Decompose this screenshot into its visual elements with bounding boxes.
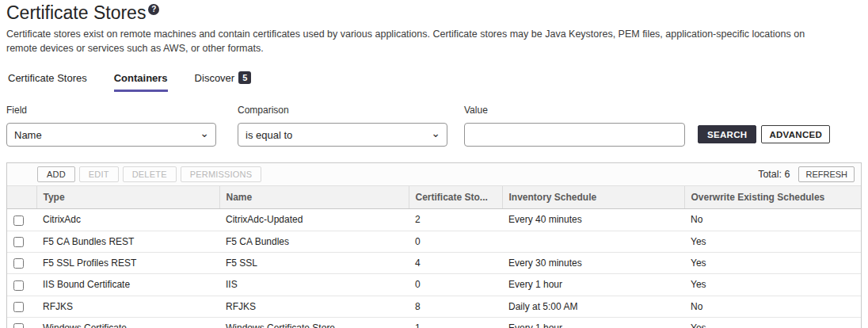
cell-inventory-schedule: Every 1 hour — [502, 317, 684, 328]
cell-overwrite: Yes — [684, 317, 861, 328]
column-header-inventory-schedule[interactable]: Inventory Schedule — [502, 186, 684, 209]
search-button[interactable]: SEARCH — [698, 125, 756, 143]
cell-type: F5 SSL Profiles REST — [36, 252, 219, 273]
cell-type: F5 CA Bundles REST — [36, 231, 219, 252]
cell-certificate-count: 0 — [409, 231, 502, 252]
field-select[interactable]: Name ⌄ — [6, 123, 216, 147]
cell-inventory-schedule: Every 1 hour — [502, 274, 684, 296]
discover-count-badge: 5 — [238, 71, 251, 84]
cell-overwrite: Yes — [684, 231, 861, 252]
page-description: Certificate stores exist on remote machi… — [6, 28, 835, 55]
cell-overwrite: No — [684, 296, 861, 317]
cell-name: CitrixAdc-Updated — [219, 209, 409, 231]
cell-type: CitrixAdc — [36, 209, 219, 231]
permissions-button[interactable]: PERMISSIONS — [181, 166, 262, 182]
refresh-button[interactable]: REFRESH — [798, 166, 855, 182]
add-button[interactable]: ADD — [37, 166, 75, 182]
comparison-label: Comparison — [238, 105, 447, 116]
table-header-row: Type Name Certificate Sto... Inventory S… — [7, 186, 861, 209]
cell-inventory-schedule — [502, 231, 684, 252]
delete-button[interactable]: DELETE — [123, 166, 177, 182]
cell-name: IIS — [219, 274, 409, 296]
page-header: Certificate Stores ? — [6, 3, 862, 23]
column-header-type[interactable]: Type — [36, 186, 219, 209]
edit-button[interactable]: EDIT — [79, 166, 119, 182]
cell-name: F5 CA Bundles — [219, 231, 409, 252]
cell-type: RFJKS — [36, 296, 219, 317]
table-row[interactable]: IIS Bound Certificate IIS 0 Every 1 hour… — [7, 274, 861, 296]
certificate-stores-table: Type Name Certificate Sto... Inventory S… — [7, 186, 861, 328]
cell-type: Windows Certificate — [36, 317, 219, 328]
tab-certificate-stores-label: Certificate Stores — [8, 72, 87, 84]
cell-overwrite: Yes — [684, 252, 861, 273]
row-checkbox[interactable] — [13, 215, 24, 226]
table-row[interactable]: F5 CA Bundles REST F5 CA Bundles 0 Yes — [7, 231, 861, 252]
comparison-select[interactable]: is equal to ⌄ — [238, 123, 447, 147]
cell-type: IIS Bound Certificate — [36, 274, 219, 296]
column-header-name[interactable]: Name — [219, 186, 409, 209]
comparison-filter-group: Comparison is equal to ⌄ — [238, 105, 447, 147]
row-checkbox[interactable] — [13, 280, 24, 291]
cell-certificate-count: 4 — [409, 252, 502, 273]
chevron-down-icon: ⌄ — [431, 127, 440, 139]
help-icon[interactable]: ? — [148, 4, 159, 15]
cell-name: F5 SSL — [219, 252, 409, 273]
cell-name: Windows Certificate Store — [219, 317, 409, 328]
certificate-stores-page: Certificate Stores ? Certificate stores … — [0, 0, 868, 328]
row-checkbox[interactable] — [13, 237, 24, 247]
tab-discover[interactable]: Discover 5 — [195, 70, 252, 92]
row-checkbox[interactable] — [13, 302, 24, 312]
field-label: Field — [6, 105, 216, 116]
table-row[interactable]: Windows Certificate Windows Certificate … — [7, 317, 861, 328]
total-count: Total: 6 — [758, 169, 790, 180]
cell-inventory-schedule: Every 40 minutes — [502, 209, 684, 231]
cell-certificate-count: 2 — [409, 209, 502, 231]
chevron-down-icon: ⌄ — [200, 127, 209, 139]
advanced-button[interactable]: ADVANCED — [761, 125, 830, 143]
tab-containers[interactable]: Containers — [114, 70, 168, 92]
grid-toolbar: ADD EDIT DELETE PERMISSIONS Total: 6 REF… — [7, 163, 861, 186]
field-select-value: Name — [14, 129, 42, 141]
cell-certificate-count: 0 — [409, 274, 502, 296]
row-checkbox[interactable] — [13, 258, 24, 269]
cell-name: RFJKS — [219, 296, 409, 317]
cell-overwrite: Yes — [684, 274, 861, 296]
page-title: Certificate Stores — [6, 3, 146, 23]
value-label: Value — [464, 105, 685, 116]
cell-certificate-count: 8 — [409, 296, 502, 317]
tab-containers-label: Containers — [114, 72, 168, 84]
cell-inventory-schedule: Every 30 minutes — [502, 252, 684, 273]
tab-discover-label: Discover — [195, 72, 235, 84]
cell-inventory-schedule: Daily at 5:00 AM — [502, 296, 684, 317]
table-row[interactable]: CitrixAdc CitrixAdc-Updated 2 Every 40 m… — [7, 209, 861, 231]
cell-certificate-count: 1 — [409, 317, 502, 328]
value-input[interactable] — [464, 123, 685, 147]
tab-bar: Certificate Stores Containers Discover 5 — [6, 70, 862, 92]
row-checkbox[interactable] — [13, 323, 24, 328]
comparison-select-value: is equal to — [246, 129, 292, 141]
cell-overwrite: No — [684, 209, 861, 231]
table-row[interactable]: RFJKS RFJKS 8 Daily at 5:00 AM No — [7, 296, 861, 317]
select-all-header — [7, 186, 36, 209]
certificate-stores-grid-panel: ADD EDIT DELETE PERMISSIONS Total: 6 REF… — [6, 162, 862, 328]
search-filter-bar: Field Name ⌄ Comparison is equal to ⌄ Va… — [6, 105, 862, 147]
column-header-overwrite-schedules[interactable]: Overwrite Existing Schedules — [684, 186, 861, 209]
column-header-certificate-count[interactable]: Certificate Sto... — [409, 186, 502, 209]
tab-certificate-stores[interactable]: Certificate Stores — [8, 70, 87, 92]
field-filter-group: Field Name ⌄ — [6, 105, 216, 147]
value-filter-group: Value — [464, 105, 685, 147]
table-row[interactable]: F5 SSL Profiles REST F5 SSL 4 Every 30 m… — [7, 252, 861, 273]
